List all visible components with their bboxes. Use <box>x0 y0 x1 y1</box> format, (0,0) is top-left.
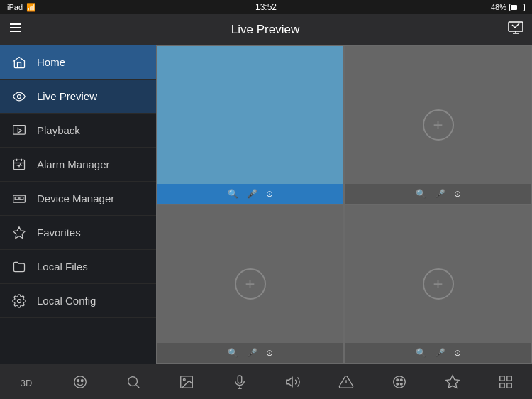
sidebar-item-favorites-label: Favorites <box>37 226 81 239</box>
mic-icon-bl[interactable]: 🎤 <box>247 348 257 358</box>
mic-icon-br[interactable]: 🎤 <box>435 348 445 358</box>
sidebar-item-device-manager[interactable]: Device Manager <box>0 182 156 216</box>
svg-point-34 <box>396 378 398 381</box>
more-icon-bl[interactable]: ⊙ <box>266 348 273 358</box>
btn-speaker[interactable] <box>279 371 306 393</box>
sidebar-item-local-files[interactable]: Local Files <box>0 250 156 284</box>
svg-point-18 <box>18 299 21 302</box>
zoom-icon-bl[interactable]: 🔍 <box>228 348 238 358</box>
menu-button[interactable] <box>9 21 23 38</box>
svg-point-37 <box>400 383 402 385</box>
svg-point-22 <box>81 379 83 381</box>
add-button-tr[interactable]: + <box>423 109 454 141</box>
sidebar-item-local-config[interactable]: Local Config <box>0 284 156 318</box>
zoom-icon-tr[interactable]: 🔍 <box>416 189 426 199</box>
cell-toolbar-tl: 🔍 🎤 ⊙ <box>157 184 343 204</box>
btn-star[interactable] <box>439 371 466 393</box>
svg-point-33 <box>393 376 405 388</box>
svg-text:3D: 3D <box>20 377 31 388</box>
svg-marker-17 <box>13 226 26 238</box>
btn-face[interactable] <box>67 371 94 393</box>
settings-icon <box>11 293 27 309</box>
sidebar-item-favorites[interactable]: Favorites <box>0 216 156 250</box>
svg-point-21 <box>77 379 79 381</box>
page-title: Live Preview <box>231 23 299 37</box>
zoom-icon-tl[interactable]: 🔍 <box>228 189 238 199</box>
svg-marker-30 <box>286 377 292 386</box>
svg-point-20 <box>74 376 86 388</box>
svg-line-7 <box>515 23 519 28</box>
main-content: Home Live Preview Playback Alarm Manager <box>0 45 532 364</box>
sidebar-item-home[interactable]: Home <box>0 45 156 80</box>
svg-line-6 <box>512 25 515 28</box>
battery-percent: 48% <box>491 3 506 11</box>
svg-rect-40 <box>506 376 511 380</box>
sidebar-item-live-preview-label: Live Preview <box>37 90 97 102</box>
svg-rect-9 <box>13 125 26 134</box>
preview-cell-tl[interactable]: 🔍 🎤 ⊙ <box>156 45 344 204</box>
svg-rect-27 <box>238 375 242 383</box>
status-right: 48% <box>491 3 525 11</box>
wifi-icon: 📶 <box>26 3 36 12</box>
svg-marker-38 <box>445 375 458 387</box>
svg-rect-39 <box>499 376 504 380</box>
sidebar-item-playback[interactable]: Playback <box>0 114 156 148</box>
sidebar-item-alarm-manager[interactable]: Alarm Manager <box>0 148 156 182</box>
sidebar-item-local-files-label: Local Files <box>37 261 88 273</box>
preview-area: 🔍 🎤 ⊙ + 🔍 🎤 ⊙ + 🔍 🎤 <box>156 45 532 364</box>
sidebar-item-playback-label: Playback <box>37 124 80 136</box>
mic-icon-tl[interactable]: 🎤 <box>247 189 257 199</box>
favorites-icon <box>11 225 27 241</box>
sidebar-item-alarm-manager-label: Alarm Manager <box>37 158 110 170</box>
preview-cell-bl[interactable]: + 🔍 🎤 ⊙ <box>156 204 344 364</box>
btn-3d[interactable]: 3D <box>13 371 40 393</box>
monitor-icon[interactable] <box>508 21 523 38</box>
svg-line-24 <box>136 385 139 388</box>
sidebar-item-device-manager-label: Device Manager <box>37 192 114 204</box>
btn-search[interactable] <box>120 371 147 393</box>
preview-row-bottom: + 🔍 🎤 ⊙ + 🔍 🎤 ⊙ <box>156 204 532 364</box>
add-button-bl[interactable]: + <box>235 268 266 300</box>
live-preview-icon <box>11 89 27 104</box>
device-icon <box>11 191 27 207</box>
preview-row-top: 🔍 🎤 ⊙ + 🔍 🎤 ⊙ <box>156 45 532 204</box>
btn-palette[interactable] <box>386 371 413 393</box>
svg-rect-41 <box>499 383 504 387</box>
more-icon-tl[interactable]: ⊙ <box>266 189 273 199</box>
sidebar-item-live-preview[interactable]: Live Preview <box>0 80 156 114</box>
status-bar: iPad 📶 13:52 48% <box>0 0 532 14</box>
svg-point-23 <box>128 376 137 386</box>
title-bar: Live Preview <box>0 14 532 45</box>
sidebar-item-local-config-label: Local Config <box>37 295 96 307</box>
btn-grid[interactable] <box>492 371 519 393</box>
device-label: iPad <box>7 3 23 11</box>
bottom-toolbar: 3D <box>0 364 532 399</box>
status-left: iPad 📶 <box>7 3 36 12</box>
btn-mic[interactable] <box>226 371 253 393</box>
preview-cell-br[interactable]: + 🔍 🎤 ⊙ <box>344 204 532 364</box>
cell-toolbar-tr: 🔍 🎤 ⊙ <box>345 184 531 204</box>
sidebar: Home Live Preview Playback Alarm Manager <box>0 45 156 364</box>
zoom-icon-br[interactable]: 🔍 <box>416 348 426 358</box>
svg-rect-16 <box>20 197 23 199</box>
svg-point-35 <box>400 378 402 381</box>
btn-image[interactable] <box>173 371 200 393</box>
svg-rect-15 <box>15 197 18 199</box>
preview-cell-tr[interactable]: + 🔍 🎤 ⊙ <box>344 45 532 204</box>
local-files-icon <box>11 259 27 275</box>
mic-icon-tr[interactable]: 🎤 <box>435 189 445 199</box>
more-icon-tr[interactable]: ⊙ <box>454 189 461 199</box>
cell-toolbar-bl: 🔍 🎤 ⊙ <box>157 343 343 363</box>
home-icon <box>11 55 27 70</box>
playback-icon <box>11 123 27 138</box>
add-button-br[interactable]: + <box>423 268 454 300</box>
battery-icon <box>509 4 525 11</box>
status-time: 13:52 <box>255 2 277 12</box>
svg-point-8 <box>18 94 21 98</box>
svg-point-26 <box>183 378 185 381</box>
sidebar-item-home-label: Home <box>37 56 65 68</box>
alarm-icon <box>11 157 27 173</box>
svg-point-36 <box>396 383 398 385</box>
btn-warning[interactable] <box>333 371 360 393</box>
more-icon-br[interactable]: ⊙ <box>454 348 461 358</box>
